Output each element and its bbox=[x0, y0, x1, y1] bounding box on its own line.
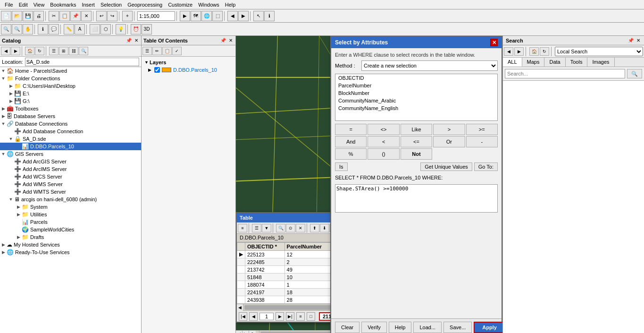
expander-utilities[interactable]: ▶ bbox=[15, 212, 22, 217]
new-btn[interactable]: 📄 bbox=[1, 11, 11, 21]
fullext-btn[interactable]: ⬚ bbox=[212, 11, 223, 21]
tree-item-readytouse[interactable]: ▶ 🌐 Ready-To-Use Services bbox=[0, 248, 141, 256]
op-parens[interactable]: () bbox=[368, 148, 399, 160]
expander-dbconn[interactable]: ▼ bbox=[0, 121, 7, 126]
tree-item-dbservers[interactable]: ▶ 🗄 Database Servers bbox=[0, 112, 141, 120]
map-btn[interactable]: 🗺 bbox=[191, 11, 201, 21]
cat-connect-btn[interactable]: ⛓ bbox=[69, 47, 78, 55]
nav-sel-btn[interactable]: □ bbox=[307, 312, 315, 321]
zoom-out-btn[interactable]: 🔍 bbox=[12, 24, 22, 34]
search-go-btn[interactable]: 🔍 bbox=[627, 69, 642, 78]
map-hscroll-left[interactable]: ◀ bbox=[236, 331, 243, 333]
catalog-pin-btn[interactable]: 📌 bbox=[125, 38, 133, 43]
toc-layers-group[interactable]: ▼ Layers bbox=[143, 59, 234, 66]
toc-draw-btn[interactable]: ✏ bbox=[152, 47, 162, 55]
open-btn[interactable]: 📂 bbox=[12, 11, 22, 21]
tree-item-myhosted[interactable]: ▶ ☁ My Hosted Services bbox=[0, 241, 141, 248]
menu-customize[interactable]: Customize bbox=[165, 1, 195, 8]
toc-sel-btn[interactable]: ✓ bbox=[172, 47, 182, 55]
expander-desktop[interactable]: ▶ bbox=[8, 84, 14, 88]
tree-item-adddbconn[interactable]: ➕ Add Database Connection bbox=[0, 128, 141, 135]
map-hscroll-right[interactable]: ▶ bbox=[243, 331, 249, 333]
catalog-close-btn[interactable]: ✕ bbox=[134, 38, 139, 43]
redo-btn[interactable]: ↪ bbox=[107, 11, 117, 21]
expander-home[interactable]: ▼ bbox=[0, 68, 7, 73]
table-clear-btn[interactable]: ⊙ bbox=[286, 224, 295, 232]
scale-input[interactable] bbox=[137, 11, 175, 21]
record-number-input[interactable] bbox=[259, 313, 274, 320]
paste-btn[interactable]: 📌 bbox=[70, 11, 81, 21]
select-btn[interactable]: ↖ bbox=[253, 11, 264, 21]
search-tab-tools[interactable]: Tools bbox=[566, 58, 588, 67]
cat-list-btn[interactable]: ☰ bbox=[49, 47, 59, 55]
cursor-btn[interactable]: + bbox=[122, 11, 133, 21]
op-percent[interactable]: % bbox=[335, 148, 367, 160]
tree-item-gisservers[interactable]: ▼ 🌐 GIS Servers bbox=[0, 150, 141, 158]
globe-btn[interactable]: 🌐 bbox=[201, 11, 212, 21]
expander-dbservers[interactable]: ▶ bbox=[0, 114, 7, 119]
cat-search-btn[interactable]: 🔍 bbox=[79, 47, 88, 55]
expander-system[interactable]: ▶ bbox=[15, 205, 22, 209]
save-btn[interactable]: 💾 bbox=[23, 11, 33, 21]
cat-back-btn[interactable]: ◀ bbox=[1, 47, 10, 55]
back-btn[interactable]: ◀ bbox=[227, 11, 238, 21]
toc-layer-item[interactable]: ▶ D.DBO.Parcels_10 bbox=[143, 66, 234, 74]
tree-item-addwms[interactable]: ➕ Add WMS Server bbox=[0, 180, 141, 188]
search-tab-maps[interactable]: Maps bbox=[522, 58, 545, 67]
menu-file[interactable]: File bbox=[2, 1, 16, 8]
go-to-btn[interactable]: Go To: bbox=[474, 162, 498, 171]
dialog-close-btn[interactable]: ✕ bbox=[490, 39, 498, 46]
3d-btn[interactable]: 3D bbox=[142, 24, 152, 34]
op-eq[interactable]: = bbox=[335, 124, 367, 135]
op-gte[interactable]: >= bbox=[466, 124, 498, 135]
tree-item-desktop[interactable]: ▶ 📁 C:\Users\Hani\Desktop bbox=[0, 82, 141, 90]
tree-item-utilities[interactable]: ▶ 📁 Utilities bbox=[0, 211, 141, 218]
tree-item-addwmts[interactable]: ➕ Add WMTS Server bbox=[0, 188, 141, 196]
hscroll-left[interactable]: ◀ bbox=[237, 304, 243, 311]
search-input[interactable] bbox=[505, 69, 625, 78]
info-btn[interactable]: ℹ bbox=[264, 11, 275, 21]
cat-home-btn[interactable]: 🏠 bbox=[25, 47, 34, 55]
tree-item-drafts[interactable]: ▶ 📁 Drafts bbox=[0, 233, 141, 241]
nav-next-btn[interactable]: ▶ bbox=[276, 312, 284, 321]
toc-close-btn[interactable]: ✕ bbox=[228, 38, 234, 43]
tree-item-e[interactable]: ▶ 💾 E:\ bbox=[0, 90, 141, 97]
search-refresh-btn[interactable]: ↻ bbox=[540, 47, 549, 56]
tree-item-parcels-svc[interactable]: 📊 Parcels bbox=[0, 218, 141, 226]
expander-sadotde[interactable]: ▼ bbox=[8, 137, 14, 141]
col-parcel[interactable]: ParcelNumber bbox=[284, 243, 330, 251]
tree-item-home[interactable]: ▼ 🏠 Home - Parcels\Saved bbox=[0, 67, 141, 75]
go-btn[interactable]: ▶ bbox=[180, 11, 190, 21]
tree-item-system[interactable]: ▶ 📁 System bbox=[0, 203, 141, 211]
search-home-btn[interactable]: 🏠 bbox=[529, 47, 539, 56]
identify-btn[interactable]: ℹ bbox=[38, 24, 48, 34]
nav-prev-btn[interactable]: ◀ bbox=[249, 312, 258, 321]
op-and[interactable]: And bbox=[335, 136, 367, 147]
menu-selection[interactable]: Selection bbox=[98, 1, 125, 8]
field-list[interactable]: OBJECTID ParcelNumber BlockNumber Commun… bbox=[335, 74, 498, 121]
field-objectid[interactable]: OBJECTID bbox=[335, 74, 497, 82]
table-movedown-btn[interactable]: ⬇ bbox=[320, 224, 329, 232]
search-back-btn[interactable]: ◀ bbox=[504, 47, 513, 56]
toc-list-btn[interactable]: ☰ bbox=[142, 47, 152, 55]
search-pin-btn[interactable]: 📌 bbox=[627, 38, 635, 43]
tree-item-addwcs[interactable]: ➕ Add WCS Server bbox=[0, 173, 141, 180]
op-lte[interactable]: <= bbox=[401, 136, 432, 147]
expander-toolboxes[interactable]: ▶ bbox=[0, 106, 7, 111]
expander-myhosted[interactable]: ▶ bbox=[0, 242, 7, 247]
search-tab-all[interactable]: ALL bbox=[503, 58, 522, 67]
forward-btn[interactable]: ▶ bbox=[238, 11, 249, 21]
tree-item-sadotde[interactable]: ▼ 🔒 SA_D.sde bbox=[0, 135, 141, 143]
field-commname-en[interactable]: CommunityName_English bbox=[335, 104, 497, 112]
table-move-btn[interactable]: ⬆ bbox=[310, 224, 319, 232]
op-not[interactable]: Not bbox=[401, 148, 432, 160]
cat-fwd-btn[interactable]: ▶ bbox=[11, 47, 20, 55]
menu-windows[interactable]: Windows bbox=[195, 1, 222, 8]
time-btn[interactable]: ⏰ bbox=[131, 24, 141, 34]
table-menu-btn[interactable]: ≡ bbox=[238, 224, 247, 232]
location-input[interactable] bbox=[25, 58, 139, 66]
verify-btn[interactable]: Verify bbox=[361, 322, 387, 333]
delete-btn[interactable]: ✕ bbox=[81, 11, 92, 21]
field-parcelnumber[interactable]: ParcelNumber bbox=[335, 82, 497, 89]
label-btn[interactable]: A bbox=[75, 24, 85, 34]
